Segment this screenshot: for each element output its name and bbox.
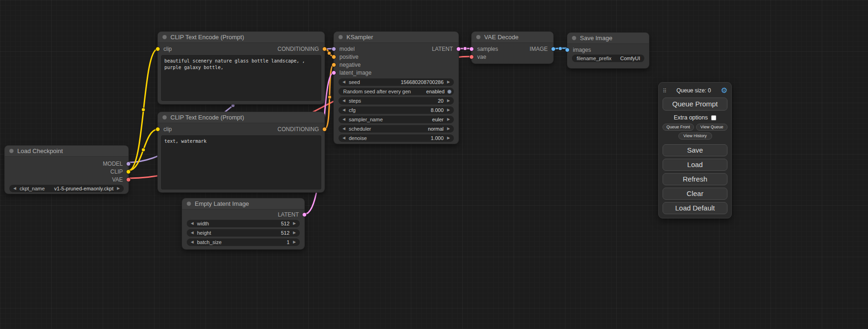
clear-button[interactable]: Clear <box>663 188 727 200</box>
extra-options-checkbox[interactable] <box>711 115 716 120</box>
drag-handle-icon[interactable] <box>663 86 667 95</box>
widget-label: denoise <box>349 135 367 141</box>
slot-row: LATENT <box>182 210 304 218</box>
widget-control-after-generate[interactable]: Random seed after every gen enabled <box>339 88 454 95</box>
load-button[interactable]: Load <box>663 159 727 171</box>
widget-increment-icon[interactable] <box>446 125 451 133</box>
widget-increment-icon[interactable] <box>446 106 451 114</box>
prompt-textarea[interactable]: beautiful scenery nature glass bottle la… <box>161 55 321 101</box>
widget-width[interactable]: width 512 <box>187 220 300 227</box>
widget-filename-prefix[interactable]: filename_prefix ComfyUI <box>572 55 644 62</box>
view-queue-button[interactable]: View Queue <box>696 124 727 131</box>
node-collapse-dot[interactable] <box>476 35 480 39</box>
input-port-samples[interactable] <box>469 47 474 51</box>
widget-decrement-icon[interactable] <box>342 125 346 133</box>
refresh-button[interactable]: Refresh <box>663 173 727 185</box>
widget-decrement-icon[interactable] <box>342 134 346 142</box>
widget-decrement-icon[interactable] <box>342 97 346 105</box>
output-port-conditioning[interactable] <box>322 47 327 51</box>
widget-increment-icon[interactable] <box>292 238 296 246</box>
node-header[interactable]: CLIP Text Encode (Prompt) <box>158 32 325 43</box>
queue-front-button[interactable]: Queue Front <box>663 124 694 131</box>
widget-value: enabled <box>426 89 445 94</box>
input-port-clip[interactable] <box>155 127 160 132</box>
widget-value: 20 <box>438 98 444 104</box>
node-clip-text-encode-positive[interactable]: CLIP Text Encode (Prompt) clip CONDITION… <box>158 32 325 104</box>
widget-label: width <box>197 221 209 226</box>
input-port-positive[interactable] <box>332 55 336 59</box>
node-collapse-dot[interactable] <box>162 35 167 39</box>
widget-increment-icon[interactable] <box>446 134 451 142</box>
extra-options-label: Extra options <box>674 114 708 121</box>
widget-cfg[interactable]: cfg 8.000 <box>339 106 454 114</box>
node-collapse-dot[interactable] <box>9 149 14 153</box>
link-midpoint-dot <box>463 47 467 50</box>
node-collapse-dot[interactable] <box>187 202 191 206</box>
widget-decrement-icon[interactable] <box>190 238 194 246</box>
output-port-model[interactable] <box>126 161 131 166</box>
menu-header: Queue size: 0 <box>663 86 727 95</box>
node-load-checkpoint[interactable]: Load Checkpoint MODEL CLIP VAE ckpt_name… <box>5 146 128 194</box>
widget-denoise[interactable]: denoise 1.000 <box>339 134 454 142</box>
widget-increment-icon[interactable] <box>116 185 120 192</box>
widget-increment-icon[interactable] <box>446 78 451 86</box>
input-port-negative[interactable] <box>332 63 336 67</box>
node-empty-latent-image[interactable]: Empty Latent Image LATENT width 512 heig… <box>182 198 304 249</box>
widget-decrement-icon[interactable] <box>190 229 194 237</box>
node-header[interactable]: KSampler <box>334 32 459 43</box>
load-default-button[interactable]: Load Default <box>663 202 727 214</box>
output-slot-label: MODEL <box>103 161 123 167</box>
widget-increment-icon[interactable] <box>292 220 296 227</box>
output-port-latent[interactable] <box>456 47 461 51</box>
node-collapse-dot[interactable] <box>339 35 343 39</box>
node-header[interactable]: CLIP Text Encode (Prompt) <box>158 112 325 123</box>
gear-icon[interactable] <box>721 86 727 95</box>
slot-row: positive <box>334 53 459 61</box>
input-port-clip[interactable] <box>155 47 160 51</box>
output-port-clip[interactable] <box>126 169 131 174</box>
slot-row: negative <box>334 61 459 69</box>
widget-height[interactable]: height 512 <box>187 229 300 237</box>
node-header[interactable]: Save Image <box>567 33 649 44</box>
output-port-conditioning[interactable] <box>322 127 327 132</box>
node-ksampler[interactable]: KSampler model LATENT positive negative … <box>334 32 459 144</box>
extra-options-row: Extra options <box>663 114 727 121</box>
output-port-latent[interactable] <box>302 212 307 217</box>
node-header[interactable]: Empty Latent Image <box>182 198 304 210</box>
widget-increment-icon[interactable] <box>292 229 296 237</box>
input-port-latent-image[interactable] <box>332 70 336 75</box>
node-clip-text-encode-negative[interactable]: CLIP Text Encode (Prompt) clip CONDITION… <box>158 112 325 192</box>
node-save-image[interactable]: Save Image images filename_prefix ComfyU… <box>567 33 649 68</box>
widget-decrement-icon[interactable] <box>342 106 346 114</box>
widget-seed[interactable]: seed 156680208700286 <box>339 78 454 86</box>
input-port-images[interactable] <box>565 48 570 52</box>
comfyui-canvas[interactable]: { "type_colors": { "MODEL": "#B39DDB", "… <box>0 0 868 329</box>
node-header[interactable]: Load Checkpoint <box>5 146 128 157</box>
widget-increment-icon[interactable] <box>446 116 451 123</box>
widget-sampler-name[interactable]: sampler_name euler <box>339 116 454 123</box>
toggle-dot-icon[interactable] <box>447 90 452 94</box>
widget-scheduler[interactable]: scheduler normal <box>339 125 454 133</box>
node-vae-decode[interactable]: VAE Decode samples IMAGE vae <box>472 32 553 63</box>
widget-increment-icon[interactable] <box>446 97 451 105</box>
widget-decrement-icon[interactable] <box>342 116 346 123</box>
widget-batch-size[interactable]: batch_size 1 <box>187 238 300 246</box>
node-collapse-dot[interactable] <box>572 36 576 40</box>
widget-decrement-icon[interactable] <box>190 220 194 227</box>
node-header[interactable]: VAE Decode <box>472 32 553 43</box>
widget-value: normal <box>428 126 444 132</box>
widget-steps[interactable]: steps 20 <box>339 97 454 105</box>
widget-ckpt-name[interactable]: ckpt_name v1-5-pruned-emaonly.ckpt <box>9 185 124 192</box>
widget-decrement-icon[interactable] <box>342 78 346 86</box>
widget-decrement-icon[interactable] <box>13 185 17 192</box>
input-port-model[interactable] <box>332 47 336 51</box>
widget-value: euler <box>432 117 444 122</box>
prompt-textarea[interactable]: text, watermark <box>161 135 321 189</box>
node-collapse-dot[interactable] <box>162 115 167 119</box>
input-port-vae[interactable] <box>469 55 474 59</box>
view-history-button[interactable]: View History <box>678 133 712 140</box>
queue-prompt-button[interactable]: Queue Prompt <box>663 98 727 111</box>
save-button[interactable]: Save <box>663 144 727 156</box>
output-port-image[interactable] <box>551 47 556 51</box>
output-port-vae[interactable] <box>126 177 131 182</box>
